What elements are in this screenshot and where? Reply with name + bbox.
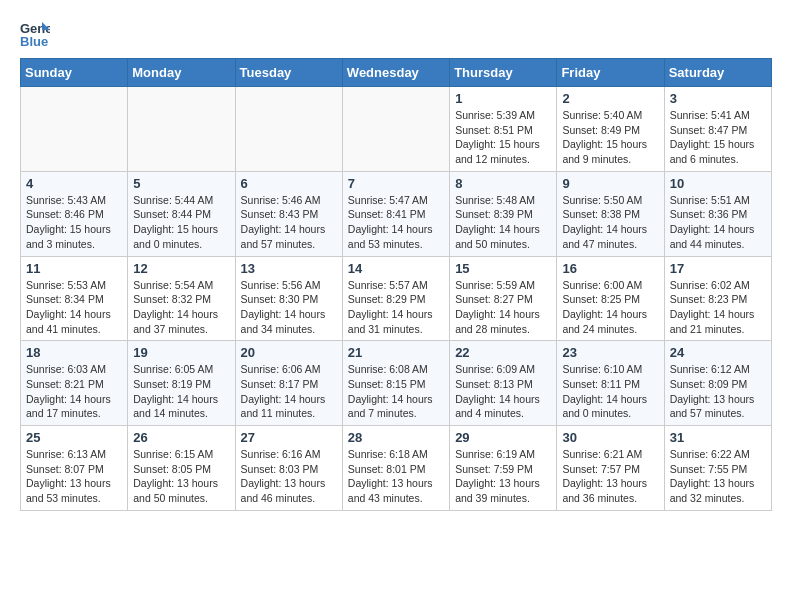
day-number: 17	[670, 261, 766, 276]
day-info: Sunrise: 6:08 AM Sunset: 8:15 PM Dayligh…	[348, 362, 444, 421]
calendar-cell	[342, 87, 449, 172]
calendar-week-row: 11Sunrise: 5:53 AM Sunset: 8:34 PM Dayli…	[21, 256, 772, 341]
day-info: Sunrise: 6:22 AM Sunset: 7:55 PM Dayligh…	[670, 447, 766, 506]
calendar-cell: 11Sunrise: 5:53 AM Sunset: 8:34 PM Dayli…	[21, 256, 128, 341]
day-info: Sunrise: 5:44 AM Sunset: 8:44 PM Dayligh…	[133, 193, 229, 252]
logo: General Blue	[20, 20, 56, 48]
calendar-week-row: 1Sunrise: 5:39 AM Sunset: 8:51 PM Daylig…	[21, 87, 772, 172]
day-number: 30	[562, 430, 658, 445]
calendar-cell: 20Sunrise: 6:06 AM Sunset: 8:17 PM Dayli…	[235, 341, 342, 426]
day-number: 12	[133, 261, 229, 276]
day-info: Sunrise: 6:15 AM Sunset: 8:05 PM Dayligh…	[133, 447, 229, 506]
day-info: Sunrise: 6:00 AM Sunset: 8:25 PM Dayligh…	[562, 278, 658, 337]
day-info: Sunrise: 6:05 AM Sunset: 8:19 PM Dayligh…	[133, 362, 229, 421]
day-number: 7	[348, 176, 444, 191]
calendar-week-row: 25Sunrise: 6:13 AM Sunset: 8:07 PM Dayli…	[21, 426, 772, 511]
day-info: Sunrise: 5:39 AM Sunset: 8:51 PM Dayligh…	[455, 108, 551, 167]
calendar-cell: 19Sunrise: 6:05 AM Sunset: 8:19 PM Dayli…	[128, 341, 235, 426]
day-number: 20	[241, 345, 337, 360]
calendar-cell: 25Sunrise: 6:13 AM Sunset: 8:07 PM Dayli…	[21, 426, 128, 511]
day-info: Sunrise: 6:18 AM Sunset: 8:01 PM Dayligh…	[348, 447, 444, 506]
day-number: 23	[562, 345, 658, 360]
day-number: 6	[241, 176, 337, 191]
calendar-cell: 13Sunrise: 5:56 AM Sunset: 8:30 PM Dayli…	[235, 256, 342, 341]
calendar-cell: 17Sunrise: 6:02 AM Sunset: 8:23 PM Dayli…	[664, 256, 771, 341]
calendar-cell: 21Sunrise: 6:08 AM Sunset: 8:15 PM Dayli…	[342, 341, 449, 426]
day-number: 1	[455, 91, 551, 106]
day-number: 5	[133, 176, 229, 191]
day-info: Sunrise: 6:12 AM Sunset: 8:09 PM Dayligh…	[670, 362, 766, 421]
day-info: Sunrise: 5:47 AM Sunset: 8:41 PM Dayligh…	[348, 193, 444, 252]
calendar-cell: 7Sunrise: 5:47 AM Sunset: 8:41 PM Daylig…	[342, 171, 449, 256]
day-number: 19	[133, 345, 229, 360]
calendar-cell	[21, 87, 128, 172]
day-number: 13	[241, 261, 337, 276]
day-info: Sunrise: 5:57 AM Sunset: 8:29 PM Dayligh…	[348, 278, 444, 337]
day-info: Sunrise: 5:59 AM Sunset: 8:27 PM Dayligh…	[455, 278, 551, 337]
day-number: 14	[348, 261, 444, 276]
calendar-cell: 28Sunrise: 6:18 AM Sunset: 8:01 PM Dayli…	[342, 426, 449, 511]
day-info: Sunrise: 5:43 AM Sunset: 8:46 PM Dayligh…	[26, 193, 122, 252]
day-header-thursday: Thursday	[450, 59, 557, 87]
calendar-cell: 30Sunrise: 6:21 AM Sunset: 7:57 PM Dayli…	[557, 426, 664, 511]
day-number: 26	[133, 430, 229, 445]
calendar-cell: 27Sunrise: 6:16 AM Sunset: 8:03 PM Dayli…	[235, 426, 342, 511]
day-number: 29	[455, 430, 551, 445]
day-info: Sunrise: 6:02 AM Sunset: 8:23 PM Dayligh…	[670, 278, 766, 337]
calendar-cell: 10Sunrise: 5:51 AM Sunset: 8:36 PM Dayli…	[664, 171, 771, 256]
day-header-saturday: Saturday	[664, 59, 771, 87]
day-number: 9	[562, 176, 658, 191]
day-number: 2	[562, 91, 658, 106]
day-number: 24	[670, 345, 766, 360]
day-number: 27	[241, 430, 337, 445]
calendar-table: SundayMondayTuesdayWednesdayThursdayFrid…	[20, 58, 772, 511]
day-header-wednesday: Wednesday	[342, 59, 449, 87]
day-info: Sunrise: 5:56 AM Sunset: 8:30 PM Dayligh…	[241, 278, 337, 337]
day-number: 11	[26, 261, 122, 276]
page-header: General Blue	[20, 20, 772, 48]
day-info: Sunrise: 6:16 AM Sunset: 8:03 PM Dayligh…	[241, 447, 337, 506]
day-info: Sunrise: 5:40 AM Sunset: 8:49 PM Dayligh…	[562, 108, 658, 167]
calendar-cell: 29Sunrise: 6:19 AM Sunset: 7:59 PM Dayli…	[450, 426, 557, 511]
day-header-sunday: Sunday	[21, 59, 128, 87]
calendar-cell: 15Sunrise: 5:59 AM Sunset: 8:27 PM Dayli…	[450, 256, 557, 341]
day-number: 25	[26, 430, 122, 445]
calendar-cell: 5Sunrise: 5:44 AM Sunset: 8:44 PM Daylig…	[128, 171, 235, 256]
calendar-header-row: SundayMondayTuesdayWednesdayThursdayFrid…	[21, 59, 772, 87]
calendar-cell: 8Sunrise: 5:48 AM Sunset: 8:39 PM Daylig…	[450, 171, 557, 256]
day-info: Sunrise: 6:13 AM Sunset: 8:07 PM Dayligh…	[26, 447, 122, 506]
calendar-cell: 16Sunrise: 6:00 AM Sunset: 8:25 PM Dayli…	[557, 256, 664, 341]
day-info: Sunrise: 5:50 AM Sunset: 8:38 PM Dayligh…	[562, 193, 658, 252]
day-info: Sunrise: 6:10 AM Sunset: 8:11 PM Dayligh…	[562, 362, 658, 421]
calendar-cell: 1Sunrise: 5:39 AM Sunset: 8:51 PM Daylig…	[450, 87, 557, 172]
calendar-cell: 24Sunrise: 6:12 AM Sunset: 8:09 PM Dayli…	[664, 341, 771, 426]
calendar-cell: 14Sunrise: 5:57 AM Sunset: 8:29 PM Dayli…	[342, 256, 449, 341]
day-info: Sunrise: 5:41 AM Sunset: 8:47 PM Dayligh…	[670, 108, 766, 167]
calendar-cell: 31Sunrise: 6:22 AM Sunset: 7:55 PM Dayli…	[664, 426, 771, 511]
calendar-cell	[128, 87, 235, 172]
day-header-monday: Monday	[128, 59, 235, 87]
day-number: 18	[26, 345, 122, 360]
day-header-friday: Friday	[557, 59, 664, 87]
day-info: Sunrise: 6:03 AM Sunset: 8:21 PM Dayligh…	[26, 362, 122, 421]
day-number: 22	[455, 345, 551, 360]
calendar-cell: 23Sunrise: 6:10 AM Sunset: 8:11 PM Dayli…	[557, 341, 664, 426]
day-header-tuesday: Tuesday	[235, 59, 342, 87]
day-number: 31	[670, 430, 766, 445]
day-number: 8	[455, 176, 551, 191]
day-number: 16	[562, 261, 658, 276]
day-number: 3	[670, 91, 766, 106]
day-info: Sunrise: 6:09 AM Sunset: 8:13 PM Dayligh…	[455, 362, 551, 421]
day-number: 4	[26, 176, 122, 191]
day-number: 28	[348, 430, 444, 445]
logo-icon: General Blue	[20, 20, 50, 48]
calendar-cell: 12Sunrise: 5:54 AM Sunset: 8:32 PM Dayli…	[128, 256, 235, 341]
calendar-cell: 4Sunrise: 5:43 AM Sunset: 8:46 PM Daylig…	[21, 171, 128, 256]
calendar-cell: 9Sunrise: 5:50 AM Sunset: 8:38 PM Daylig…	[557, 171, 664, 256]
calendar-week-row: 18Sunrise: 6:03 AM Sunset: 8:21 PM Dayli…	[21, 341, 772, 426]
day-number: 21	[348, 345, 444, 360]
calendar-cell: 22Sunrise: 6:09 AM Sunset: 8:13 PM Dayli…	[450, 341, 557, 426]
day-info: Sunrise: 6:19 AM Sunset: 7:59 PM Dayligh…	[455, 447, 551, 506]
calendar-cell: 26Sunrise: 6:15 AM Sunset: 8:05 PM Dayli…	[128, 426, 235, 511]
calendar-cell: 2Sunrise: 5:40 AM Sunset: 8:49 PM Daylig…	[557, 87, 664, 172]
